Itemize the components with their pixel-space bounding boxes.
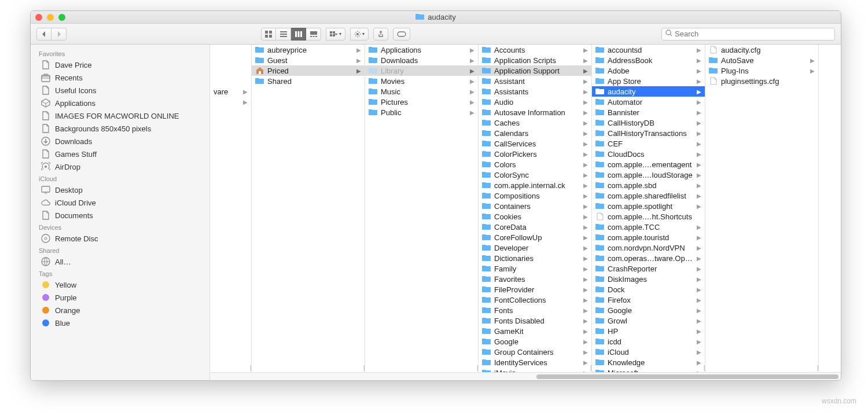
list-item[interactable]: CallServices▶ xyxy=(479,138,591,149)
sidebar-item-backgrounds-850x450-pixels[interactable]: Backgrounds 850x450 pixels xyxy=(31,122,209,135)
list-item[interactable]: FileProvider▶ xyxy=(479,284,591,295)
back-button[interactable] xyxy=(36,28,52,41)
list-item[interactable]: audacity▶ xyxy=(592,86,705,97)
tags-button[interactable] xyxy=(393,28,410,41)
list-item[interactable]: Assistant▶ xyxy=(479,76,591,86)
sidebar-item-yellow[interactable]: Yellow xyxy=(31,278,209,291)
list-item[interactable]: Plug-Ins▶ xyxy=(705,65,818,76)
list-item[interactable]: Library▶ xyxy=(365,65,478,76)
list-item[interactable]: CallHistoryTransactions▶ xyxy=(592,128,705,138)
list-item[interactable]: HP▶ xyxy=(592,326,705,336)
list-item[interactable]: CrashReporter▶ xyxy=(592,263,705,274)
sidebar-item-icloud-drive[interactable]: iCloud Drive xyxy=(31,196,209,209)
column-resize-handle[interactable]: || xyxy=(704,365,704,371)
sidebar-item-purple[interactable]: Purple xyxy=(31,291,209,304)
list-item[interactable]: com.nordvpn.NordVPN▶ xyxy=(592,242,705,253)
list-item[interactable]: FontCollections▶ xyxy=(479,295,591,305)
list-item[interactable]: Fonts Disabled▶ xyxy=(479,315,591,326)
list-item[interactable]: ColorSync▶ xyxy=(479,170,591,180)
gallery-view-button[interactable] xyxy=(306,28,321,41)
sidebar-item-games-stuff[interactable]: Games Stuff xyxy=(31,148,209,160)
forward-button[interactable] xyxy=(52,28,67,41)
list-item[interactable]: com.apple.…ht.Shortcuts xyxy=(592,211,705,222)
action-menu-button[interactable]: ▾ xyxy=(350,28,369,41)
list-item[interactable]: Bannister▶ xyxy=(592,107,705,117)
list-item[interactable]: iCloud▶ xyxy=(592,347,705,357)
column-view-button[interactable] xyxy=(291,28,306,41)
list-item[interactable]: Public▶ xyxy=(365,107,478,117)
close-window-button[interactable] xyxy=(35,14,42,21)
list-item[interactable]: accountsd▶ xyxy=(592,45,705,55)
zoom-window-button[interactable] xyxy=(58,14,65,21)
sidebar-item-recents[interactable]: Recents xyxy=(31,71,209,84)
list-item[interactable]: Shared xyxy=(252,76,365,86)
list-item[interactable]: Knowledge▶ xyxy=(592,357,705,367)
list-item[interactable]: com.apple.touristd▶ xyxy=(592,232,705,242)
list-item[interactable]: Dictionaries▶ xyxy=(479,253,591,263)
list-item[interactable]: Guest▶ xyxy=(252,55,365,65)
list-item[interactable]: Firefox▶ xyxy=(592,295,705,305)
list-item[interactable]: IdentityServices▶ xyxy=(479,357,591,367)
search-input[interactable] xyxy=(675,30,831,38)
list-item[interactable]: com.apple.…loudStorage▶ xyxy=(592,170,705,180)
arrange-button[interactable]: ▾ xyxy=(326,28,345,41)
list-item[interactable]: Microsoft▶ xyxy=(592,367,705,372)
list-item[interactable]: Google▶ xyxy=(479,336,591,347)
horizontal-scrollbar[interactable] xyxy=(210,372,841,380)
column-resize-handle[interactable]: || xyxy=(590,365,591,371)
sidebar-item-useful-icons[interactable]: Useful Icons xyxy=(31,84,209,97)
sidebar-item-airdrop[interactable]: AirDrop xyxy=(31,160,209,173)
list-item[interactable]: aubreyprice▶ xyxy=(252,45,365,55)
list-item[interactable]: Assistants▶ xyxy=(479,86,591,97)
list-item[interactable]: Application Support▶ xyxy=(479,65,591,76)
column-resize-handle[interactable]: || xyxy=(250,365,251,371)
share-button[interactable] xyxy=(373,28,388,41)
list-item[interactable]: Downloads▶ xyxy=(365,55,478,65)
column-resize-handle[interactable]: || xyxy=(363,365,364,371)
list-item[interactable]: Calendars▶ xyxy=(479,128,591,138)
column-4[interactable]: accountsd▶AddressBook▶Adobe▶App Store▶au… xyxy=(592,45,705,372)
list-item[interactable]: Compositions▶ xyxy=(479,190,591,201)
sidebar-item-dave-price[interactable]: Dave Price xyxy=(31,58,209,71)
sidebar-item-downloads[interactable]: Downloads xyxy=(31,135,209,148)
list-item[interactable]: Cookies▶ xyxy=(479,211,591,222)
list-item[interactable]: pluginsettings.cfg xyxy=(705,76,818,86)
list-item[interactable]: Developer▶ xyxy=(479,242,591,253)
column-1[interactable]: aubreyprice▶Guest▶Priced▶Shared|| xyxy=(252,45,365,372)
list-item[interactable]: com.operas…tware.Opera▶ xyxy=(592,253,705,263)
list-view-button[interactable] xyxy=(276,28,291,41)
list-item[interactable]: CEF▶ xyxy=(592,138,705,149)
list-item[interactable]: Group Containers▶ xyxy=(479,347,591,357)
list-item[interactable]: Growl▶ xyxy=(592,315,705,326)
list-item[interactable]: com.apple.spotlight▶ xyxy=(592,201,705,211)
list-item[interactable]: Movies▶ xyxy=(365,76,478,86)
sidebar-item-images-for-macworld-online[interactable]: IMAGES FOR MACWORLD ONLINE xyxy=(31,109,209,122)
list-item[interactable]: com.apple.TCC▶ xyxy=(592,222,705,232)
list-item[interactable]: Autosave Information▶ xyxy=(479,107,591,117)
list-item[interactable]: Automator▶ xyxy=(592,97,705,107)
column-3[interactable]: Accounts▶Application Scripts▶Application… xyxy=(479,45,592,372)
sidebar[interactable]: FavoritesDave PriceRecentsUseful IconsAp… xyxy=(31,45,210,380)
list-item[interactable]: CallHistoryDB▶ xyxy=(592,117,705,128)
list-item[interactable]: iMovie▶ xyxy=(479,367,591,372)
list-item[interactable]: Caches▶ xyxy=(479,117,591,128)
list-item[interactable]: Application Scripts▶ xyxy=(479,55,591,65)
list-item[interactable]: com.apple.internal.ck▶ xyxy=(479,180,591,190)
column-resize-handle[interactable]: || xyxy=(817,365,818,371)
list-item[interactable]: CoreFollowUp▶ xyxy=(479,232,591,242)
sidebar-item-orange[interactable]: Orange xyxy=(31,304,209,317)
list-item[interactable]: Accounts▶ xyxy=(479,45,591,55)
list-item[interactable]: com.apple.…ementagent▶ xyxy=(592,159,705,170)
column-resize-handle[interactable]: || xyxy=(477,365,477,371)
list-item[interactable]: Adobe▶ xyxy=(592,65,705,76)
column-5[interactable]: audacity.cfgAutoSave▶Plug-Ins▶pluginsett… xyxy=(705,45,819,372)
list-item[interactable]: Applications▶ xyxy=(365,45,478,55)
sidebar-item-blue[interactable]: Blue xyxy=(31,317,209,329)
list-item[interactable]: ColorPickers▶ xyxy=(479,149,591,159)
list-item[interactable]: audacity.cfg xyxy=(705,45,818,55)
sidebar-item-desktop[interactable]: Desktop xyxy=(31,183,209,196)
minimize-window-button[interactable] xyxy=(47,14,54,21)
titlebar[interactable]: audacity xyxy=(31,11,841,24)
sidebar-item-documents[interactable]: Documents xyxy=(31,209,209,222)
list-item[interactable]: Google▶ xyxy=(592,305,705,315)
